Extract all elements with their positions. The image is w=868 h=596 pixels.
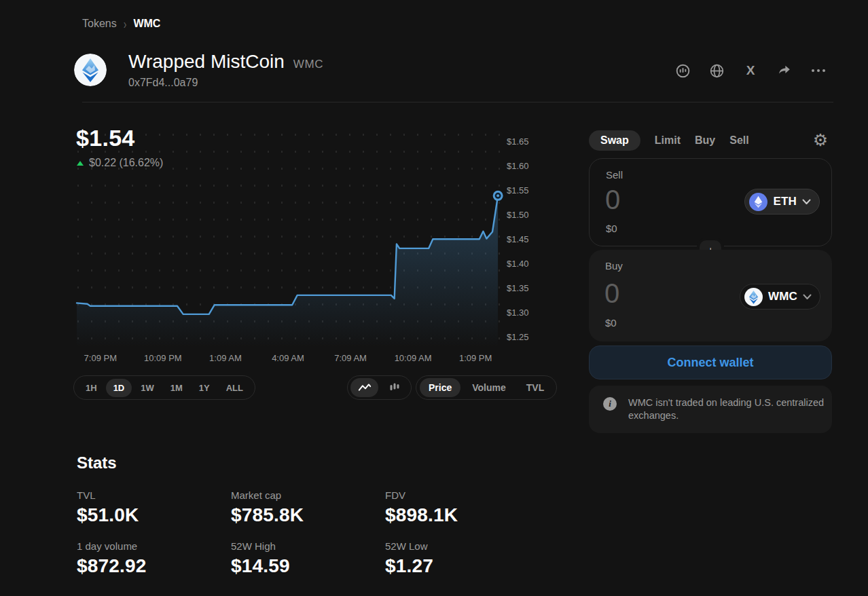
buy-input-card[interactable]: Buy 0 $0 WMC <box>589 250 832 341</box>
eth-icon <box>749 193 767 211</box>
settings-gear-icon[interactable]: ⚙ <box>811 130 830 149</box>
metric-tvl[interactable]: TVL <box>518 378 553 397</box>
breadcrumb-current: WMC <box>133 18 160 30</box>
x-twitter-icon[interactable]: X <box>737 60 764 81</box>
x-tick: 10:09 AM <box>391 353 435 363</box>
globe-icon[interactable] <box>703 60 730 81</box>
x-tick: 4:09 AM <box>266 353 310 363</box>
y-tick: $1.65 <box>507 136 529 147</box>
sell-token-selector[interactable]: ETH <box>744 189 820 215</box>
time-range-selector: 1H1D1W1M1YALL <box>73 375 255 400</box>
tab-swap[interactable]: Swap <box>589 130 640 151</box>
stat-value: $1.27 <box>385 555 433 577</box>
stat-value: $785.8K <box>231 504 304 526</box>
range-1y[interactable]: 1Y <box>192 379 217 397</box>
buy-token-symbol: WMC <box>768 290 797 303</box>
share-icon[interactable] <box>771 60 798 81</box>
x-tick: 7:09 PM <box>78 353 123 363</box>
breadcrumb: Tokens › WMC <box>82 18 160 30</box>
metric-price[interactable]: Price <box>420 378 460 397</box>
line-chart-icon[interactable] <box>350 378 378 397</box>
x-tick: 1:09 AM <box>203 353 248 363</box>
token-symbol: WMC <box>293 58 323 71</box>
swap-tabs: SwapLimitBuySell <box>589 130 749 151</box>
stat-label: 1 day volume <box>77 540 137 552</box>
y-tick: $1.40 <box>507 259 529 269</box>
connect-wallet-button[interactable]: Connect wallet <box>589 346 832 379</box>
stat-value: $898.1K <box>385 504 458 526</box>
breadcrumb-tokens-link[interactable]: Tokens <box>82 18 117 30</box>
buy-label: Buy <box>605 260 623 272</box>
range-1h[interactable]: 1H <box>78 379 105 397</box>
x-tick: 1:09 PM <box>453 353 498 363</box>
chart-metric-selector: PriceVolumeTVL <box>416 375 557 400</box>
stat-value: $14.59 <box>231 555 290 577</box>
stat-value: $872.92 <box>77 555 147 577</box>
token-title-row: Wrapped MistCoin WMC <box>128 51 323 73</box>
buy-usd-value: $0 <box>605 317 617 329</box>
chevron-down-icon <box>802 199 811 205</box>
stat-label: FDV <box>385 489 405 501</box>
y-tick: $1.50 <box>507 210 529 220</box>
info-icon: i <box>603 397 617 411</box>
tab-sell[interactable]: Sell <box>729 130 748 151</box>
sell-usd-value: $0 <box>606 223 617 234</box>
y-tick: $1.30 <box>507 308 529 318</box>
sell-amount-input[interactable]: 0 <box>605 186 620 213</box>
stat-label: Market cap <box>231 489 281 501</box>
range-all[interactable]: ALL <box>219 379 251 397</box>
price-line-chart[interactable] <box>77 132 507 347</box>
range-1w[interactable]: 1W <box>133 379 162 397</box>
cex-notice-text: WMC isn't traded on leading U.S. central… <box>628 396 829 422</box>
header-actions: X <box>669 60 832 81</box>
sell-token-symbol: ETH <box>773 195 797 208</box>
stats-title: Stats <box>77 453 117 472</box>
chevron-right-icon: › <box>124 16 127 31</box>
y-tick: $1.25 <box>507 332 529 342</box>
sell-label: Sell <box>606 169 623 181</box>
stat-label: 52W Low <box>385 540 428 552</box>
x-tick: 10:09 PM <box>141 353 185 363</box>
token-logo <box>74 54 107 86</box>
chart-style-toggle <box>347 375 412 400</box>
x-tick: 7:09 AM <box>328 353 373 363</box>
etherscan-icon[interactable] <box>669 60 696 81</box>
cex-notice: i WMC isn't traded on leading U.S. centr… <box>589 386 832 433</box>
token-address[interactable]: 0x7Fd4...0a79 <box>128 77 198 89</box>
y-tick: $1.60 <box>507 161 529 171</box>
buy-token-selector[interactable]: WMC <box>740 284 820 310</box>
tab-buy[interactable]: Buy <box>695 130 715 151</box>
y-tick: $1.35 <box>507 283 529 293</box>
y-tick: $1.55 <box>507 185 529 195</box>
wmc-icon <box>744 288 763 306</box>
tab-limit[interactable]: Limit <box>655 130 681 151</box>
range-1m[interactable]: 1M <box>163 379 190 397</box>
candlestick-chart-icon[interactable] <box>380 378 408 397</box>
metric-volume[interactable]: Volume <box>463 378 515 397</box>
header-divider <box>82 102 833 103</box>
token-page: Tokens › WMC Wrapped MistCoin WMC 0x7Fd4… <box>0 0 868 596</box>
stat-label: 52W High <box>231 540 276 552</box>
sell-input-card[interactable]: Sell 0 $0 ETH <box>589 158 832 246</box>
y-tick: $1.45 <box>507 234 529 244</box>
chevron-down-icon <box>803 294 812 300</box>
range-1d[interactable]: 1D <box>106 379 132 397</box>
token-name: Wrapped MistCoin <box>128 51 285 73</box>
buy-amount-input[interactable]: 0 <box>604 280 619 307</box>
more-icon[interactable] <box>805 60 832 81</box>
stat-value: $51.0K <box>77 504 139 526</box>
stat-label: TVL <box>77 489 96 501</box>
